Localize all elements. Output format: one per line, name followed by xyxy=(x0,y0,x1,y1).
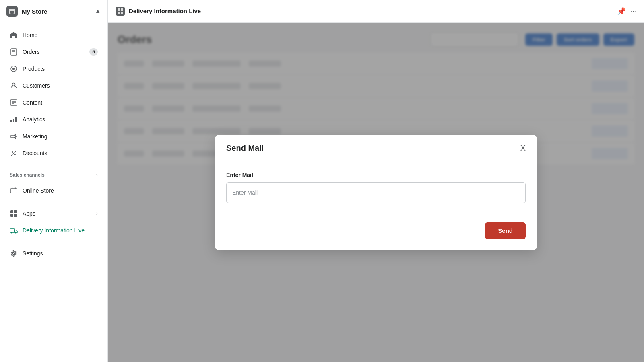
sales-channels-label: Sales channels xyxy=(10,172,91,178)
home-icon xyxy=(10,31,18,39)
sidebar-item-apps[interactable]: Apps › xyxy=(3,206,104,222)
products-icon xyxy=(10,65,18,73)
settings-label: Settings xyxy=(23,250,43,257)
topbar-title: Delivery Information Live xyxy=(129,8,201,14)
apps-label: Apps xyxy=(23,210,35,217)
delivery-icon xyxy=(10,226,18,234)
sidebar-item-sales-channels[interactable]: Sales channels › xyxy=(3,168,104,182)
mail-input[interactable] xyxy=(226,182,526,203)
apps-chevron-icon: › xyxy=(96,211,98,216)
main-area: Delivery Information Live 📌 ··· Orders F… xyxy=(108,0,644,362)
sidebar-item-products[interactable]: Products xyxy=(3,61,104,77)
mail-field-label: Enter Mail xyxy=(226,172,526,178)
modal-title: Send Mail xyxy=(226,144,264,153)
svg-rect-31 xyxy=(121,8,123,11)
modal-footer: Send xyxy=(215,216,537,250)
content-label: Content xyxy=(23,99,42,106)
modal-header: Send Mail X xyxy=(215,135,537,160)
svg-rect-2 xyxy=(10,11,14,14)
topbar-left: Delivery Information Live xyxy=(116,7,201,16)
svg-rect-14 xyxy=(10,120,12,122)
send-mail-modal: Send Mail X Enter Mail Send xyxy=(215,135,537,250)
sidebar-item-customers[interactable]: Customers xyxy=(3,78,104,94)
settings-icon xyxy=(10,249,18,257)
svg-point-9 xyxy=(12,83,15,86)
sidebar-item-delivery[interactable]: Delivery Information Live xyxy=(3,222,104,239)
sidebar-item-marketing[interactable]: Marketing xyxy=(3,128,104,144)
svg-rect-32 xyxy=(118,12,120,14)
sidebar-item-content[interactable]: Content xyxy=(3,95,104,111)
store-name: My Store xyxy=(22,8,47,15)
svg-point-19 xyxy=(14,154,16,155)
sidebar-item-discounts[interactable]: Discounts xyxy=(3,145,104,161)
online-store-label: Online Store xyxy=(23,187,54,194)
svg-rect-33 xyxy=(121,12,123,14)
delivery-label: Delivery Information Live xyxy=(23,227,85,234)
customers-label: Customers xyxy=(23,82,50,89)
discounts-label: Discounts xyxy=(23,150,47,156)
content-area: Orders Filter Sort orders Export xyxy=(108,23,644,362)
topbar-app-icon xyxy=(116,7,125,16)
send-button[interactable]: Send xyxy=(485,222,526,239)
svg-point-28 xyxy=(15,232,17,234)
products-label: Products xyxy=(23,66,45,72)
sidebar-collapse-icon[interactable]: ▲ xyxy=(95,8,101,15)
orders-icon xyxy=(10,48,18,56)
customers-icon xyxy=(10,82,18,90)
marketing-icon xyxy=(10,132,18,140)
svg-rect-25 xyxy=(14,214,17,217)
svg-rect-26 xyxy=(10,229,15,232)
discounts-icon xyxy=(10,149,18,157)
svg-rect-16 xyxy=(15,117,17,122)
app-grid-icon xyxy=(117,8,124,14)
svg-rect-24 xyxy=(10,214,13,217)
sidebar-item-orders[interactable]: Orders 5 xyxy=(3,44,104,60)
pin-icon[interactable]: 📌 xyxy=(617,7,626,16)
svg-rect-30 xyxy=(118,8,120,11)
analytics-icon xyxy=(10,115,18,123)
svg-rect-15 xyxy=(13,119,14,122)
analytics-label: Analytics xyxy=(23,116,45,123)
sidebar-item-online-store[interactable]: Online Store xyxy=(3,183,104,199)
topbar: Delivery Information Live 📌 ··· xyxy=(108,0,644,23)
sidebar-item-analytics[interactable]: Analytics xyxy=(3,111,104,128)
sidebar-item-home[interactable]: Home xyxy=(3,27,104,43)
sidebar-item-settings[interactable]: Settings xyxy=(3,245,104,261)
home-label: Home xyxy=(23,32,37,38)
chevron-right-icon: › xyxy=(96,172,98,178)
store-icon xyxy=(6,6,18,17)
marketing-label: Marketing xyxy=(23,133,47,140)
more-options-button[interactable]: ··· xyxy=(631,8,636,15)
modal-body: Enter Mail xyxy=(215,160,537,216)
sidebar: My Store ▲ Home Orders 5 Products xyxy=(0,0,108,362)
modal-overlay: Send Mail X Enter Mail Send xyxy=(108,23,644,362)
content-icon xyxy=(10,99,18,107)
svg-rect-21 xyxy=(10,189,17,193)
svg-point-18 xyxy=(12,151,13,153)
online-store-icon xyxy=(10,187,18,195)
orders-badge: 5 xyxy=(89,48,98,56)
svg-rect-23 xyxy=(14,210,17,213)
sidebar-header: My Store ▲ xyxy=(0,0,107,23)
svg-point-8 xyxy=(12,68,15,70)
orders-label: Orders xyxy=(23,49,40,55)
apps-icon xyxy=(10,210,18,218)
topbar-right: 📌 ··· xyxy=(617,7,636,16)
svg-point-27 xyxy=(11,232,12,234)
modal-close-button[interactable]: X xyxy=(520,144,526,152)
svg-rect-22 xyxy=(10,210,13,213)
svg-point-29 xyxy=(13,253,15,255)
